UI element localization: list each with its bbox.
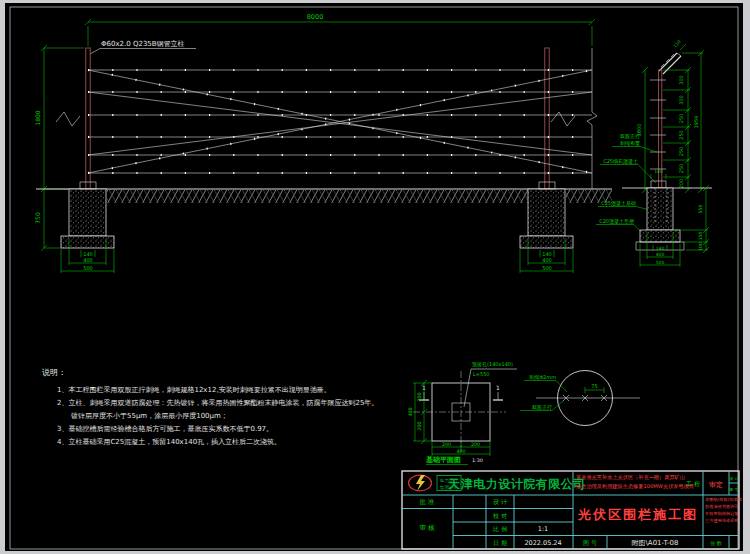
dim-left-total: 400 bbox=[408, 407, 413, 416]
sheet-background bbox=[5, 3, 743, 551]
drawing-number: 附图\A01-T-08 bbox=[631, 539, 678, 547]
dim-footing: 400 bbox=[83, 257, 93, 263]
label-twist: 双股正拧 bbox=[532, 404, 552, 411]
dim-cushion: 100 bbox=[698, 242, 703, 251]
post-callout: Φ60x2.0 Q235B钢管立柱 bbox=[101, 40, 185, 48]
note-line: 2、立柱、刺绳采用双道防腐处理：先热镀锌，将采用热固性聚酯粉末静电涂装，防腐年限… bbox=[57, 398, 378, 407]
drawing-title: 光伏区围栏施工图 bbox=[577, 507, 698, 522]
note-line: 镀锌层厚度不小于55μm，涂层最小厚度100μm； bbox=[70, 412, 228, 420]
scale-label: 比 例 bbox=[493, 525, 507, 533]
plan-title: 基础平面图 bbox=[425, 455, 461, 464]
dim-depth: 750 bbox=[34, 212, 41, 224]
dim-chain: 250 bbox=[678, 147, 684, 157]
dim-base-side: 500 bbox=[656, 260, 665, 265]
dim-embed: 550 bbox=[698, 205, 703, 214]
dim-bottom-total: 400 bbox=[456, 449, 465, 454]
dim-total: 1956 bbox=[693, 116, 699, 129]
disclaimer-line: 三方使用违者必究 bbox=[705, 518, 739, 523]
dim-chain: 250 bbox=[678, 164, 684, 174]
dim-chain: 300 bbox=[678, 75, 684, 85]
notes-title: 说明： bbox=[42, 368, 66, 377]
dim-footer: 150 bbox=[698, 232, 703, 241]
label-cushion: C20混凝土垫层 bbox=[599, 218, 634, 225]
review-label: 审 核 bbox=[419, 524, 435, 532]
label-wire-type2: 刺绳布置 bbox=[620, 140, 640, 146]
dim-left-upper: 200 bbox=[417, 392, 422, 401]
design-label: 设 计 bbox=[493, 498, 507, 505]
dim-base: 500 bbox=[542, 265, 552, 271]
disclaimer-line: 所有未经书面许可 bbox=[705, 504, 739, 509]
dim-span: 8000 bbox=[307, 13, 324, 21]
date-label: 日 期 bbox=[493, 539, 507, 547]
note-line: 3、基础挖槽后需经验槽合格后方可施工，基底压实系数不低于0.97。 bbox=[57, 424, 273, 433]
ground-hatch bbox=[107, 190, 528, 203]
label-concrete: C25混凝土基础 bbox=[601, 200, 636, 207]
leader-length: L=550 bbox=[473, 371, 490, 377]
project-line1: 某县渔光互补水上光伏区（补充一期）废弃矿山 bbox=[576, 474, 685, 481]
label-grout: C25细石混凝土 bbox=[603, 158, 638, 165]
disclaimer-line: 本图纸(版权)归本院 bbox=[705, 497, 743, 502]
dim-chain: 250 bbox=[678, 130, 684, 140]
dim-collar: 140 bbox=[654, 169, 663, 174]
dim-footing: 400 bbox=[542, 257, 552, 263]
scale-value: 1:1 bbox=[538, 525, 548, 533]
corner-label2: 签 字 bbox=[729, 487, 740, 492]
sheet-label: 张 数 bbox=[710, 540, 722, 547]
dim-bottom-right: 200 bbox=[471, 442, 480, 447]
project-label: 工 程 bbox=[686, 480, 700, 487]
corner-label1: 设 计 bbox=[729, 476, 740, 481]
project-line2: 综合治理及利用建设生态修复100MW光伏发电项目 bbox=[576, 483, 694, 490]
approve-label: 批 准 bbox=[419, 498, 435, 506]
dim-footing-side: 400 bbox=[656, 252, 665, 257]
dim-left-lower: 200 bbox=[417, 421, 422, 430]
date-value: 2022.05.24 bbox=[524, 539, 561, 547]
dim-pitch: 75 bbox=[591, 383, 597, 389]
dim-chain: 300 bbox=[678, 95, 684, 105]
dim-height: 1800 bbox=[34, 110, 41, 125]
cad-canvas: 8000 Φ60x2.0 Q235B钢管立柱 bbox=[0, 0, 750, 554]
dim-hole-side: 140 bbox=[656, 246, 665, 251]
cad-linework: 8000 Φ60x2.0 Q235B钢管立柱 bbox=[0, 0, 750, 554]
note-line: 4、立柱基础采用C25混凝土，预留140x140孔，插入立柱后二次浇筑。 bbox=[57, 438, 281, 446]
company-name: 天津电力设计院有限公司 bbox=[447, 477, 586, 491]
check-label: 校 对 bbox=[492, 512, 507, 519]
note-line: 1、本工程围栏采用双股正拧刺绳，刺绳规格12x12,安装时刺绳要拉紧不出现明显弛… bbox=[57, 386, 331, 394]
dim-chain: 250 bbox=[678, 114, 684, 124]
dim-bottom-left: 200 bbox=[442, 442, 451, 447]
approval-stamp: 审定 bbox=[709, 481, 723, 489]
side-foundation bbox=[647, 188, 673, 230]
label-wire-type: 双股正拧 bbox=[620, 133, 640, 140]
leader-hole: 预留孔(140x140) bbox=[472, 361, 513, 368]
dim-base: 500 bbox=[83, 265, 93, 271]
dim-chain: 200 bbox=[678, 179, 684, 189]
label-wire-dia: 刺绳Φ2mm bbox=[529, 374, 556, 380]
plan-scale: 1:30 bbox=[472, 458, 483, 463]
section-mark-right: 1 bbox=[496, 384, 500, 391]
number-label: 图 号 bbox=[583, 539, 597, 547]
